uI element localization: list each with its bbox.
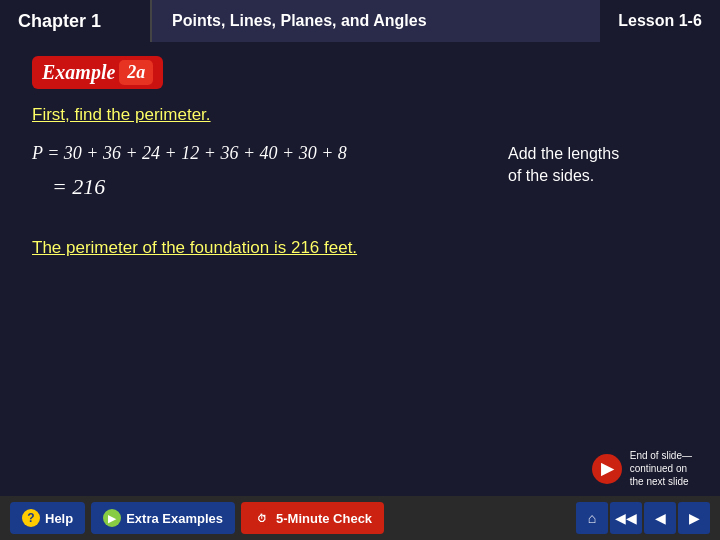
side-note: Add the lengths of the sides. xyxy=(508,143,688,188)
end-note-icon: ▶ xyxy=(592,454,622,484)
main-content: Example 2a First, find the perimeter. P … xyxy=(0,42,720,496)
header: Chapter 1 Points, Lines, Planes, and Ang… xyxy=(0,0,720,42)
result: = 216 xyxy=(32,174,488,200)
side-note-line2: of the sides. xyxy=(508,167,594,184)
nav-back-button[interactable]: ◀ xyxy=(644,502,676,534)
math-left: P = 30 + 36 + 24 + 12 + 36 + 40 + 30 + 8… xyxy=(32,143,488,214)
end-note-line2: continued on xyxy=(630,463,687,474)
nav-forward-button[interactable]: ▶ xyxy=(678,502,710,534)
examples-label: Extra Examples xyxy=(126,511,223,526)
help-icon: ? xyxy=(22,509,40,527)
example-number: 2a xyxy=(119,60,153,85)
toolbar: ? Help ▶ Extra Examples ⏱ 5-Minute Check… xyxy=(0,496,720,540)
help-label: Help xyxy=(45,511,73,526)
conclusion-text: The perimeter of the foundation is 216 f… xyxy=(32,238,688,258)
chapter-label: Chapter 1 xyxy=(0,0,152,42)
equation: P = 30 + 36 + 24 + 12 + 36 + 40 + 30 + 8 xyxy=(32,143,488,164)
side-note-line1: Add the lengths xyxy=(508,145,619,162)
check-label: 5-Minute Check xyxy=(276,511,372,526)
example-box: Example 2a xyxy=(32,56,163,89)
film-icon: ▶ xyxy=(103,509,121,527)
end-note-line3: the next slide xyxy=(630,476,689,487)
help-button[interactable]: ? Help xyxy=(10,502,85,534)
lesson-title: Points, Lines, Planes, and Angles xyxy=(152,0,600,42)
end-note-line1: End of slide— xyxy=(630,450,692,461)
end-note-icon-symbol: ▶ xyxy=(601,459,613,478)
end-note: ▶ End of slide— continued on the next sl… xyxy=(592,449,692,488)
forward-icon: ▶ xyxy=(689,510,700,526)
back-start-icon: ◀◀ xyxy=(615,510,637,526)
home-icon: ⌂ xyxy=(588,510,596,526)
nav-home-button[interactable]: ⌂ xyxy=(576,502,608,534)
clock-icon: ⏱ xyxy=(253,509,271,527)
end-note-text: End of slide— continued on the next slid… xyxy=(630,449,692,488)
extra-examples-button[interactable]: ▶ Extra Examples xyxy=(91,502,235,534)
example-label: Example xyxy=(42,61,115,84)
five-minute-check-button[interactable]: ⏱ 5-Minute Check xyxy=(241,502,384,534)
example-badge: Example 2a xyxy=(32,56,688,89)
nav-buttons: ⌂ ◀◀ ◀ ▶ xyxy=(576,502,710,534)
back-icon: ◀ xyxy=(655,510,666,526)
nav-back-start-button[interactable]: ◀◀ xyxy=(610,502,642,534)
first-find-text: First, find the perimeter. xyxy=(32,105,688,125)
lesson-label: Lesson 1-6 xyxy=(600,0,720,42)
equation-row: P = 30 + 36 + 24 + 12 + 36 + 40 + 30 + 8… xyxy=(32,143,688,214)
